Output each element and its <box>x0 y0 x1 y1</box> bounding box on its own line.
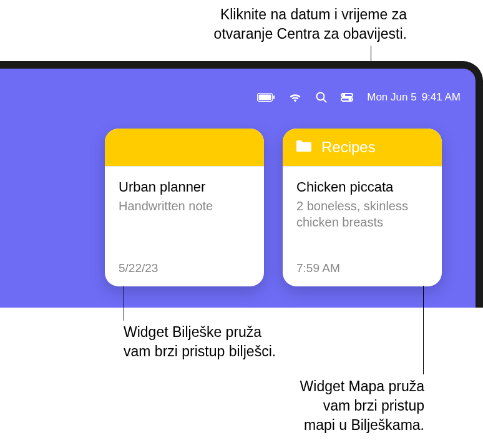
note-title: Urban planner <box>119 179 250 195</box>
widgets-row: Urban planner Handwritten note 5/22/23 R… <box>105 129 442 286</box>
callout-leader-line <box>423 286 424 374</box>
menubar-date: Mon Jun 5 <box>367 91 416 104</box>
control-center-icon[interactable] <box>341 93 353 102</box>
menubar-time: 9:41 AM <box>422 91 461 104</box>
svg-rect-2 <box>273 95 275 99</box>
callout-leader-line <box>124 286 124 321</box>
callout-text: Kliknite na datum i vrijeme za <box>214 5 407 24</box>
callout-text: Widget Mapa pruža <box>300 377 424 396</box>
wifi-icon[interactable] <box>288 92 302 102</box>
callout-text: Widget Bilješke pruža <box>124 323 276 342</box>
svg-point-3 <box>317 93 324 100</box>
search-icon[interactable] <box>316 92 327 103</box>
menubar-datetime[interactable]: Mon Jun 5 9:41 AM <box>367 91 461 104</box>
note-title: Chicken piccata <box>296 179 428 195</box>
callout-text: vam brzi pristup <box>300 396 424 416</box>
widget-header: Recipes <box>283 129 442 166</box>
widget-header <box>105 129 264 166</box>
menubar: Mon Jun 5 9:41 AM <box>257 91 461 104</box>
svg-line-4 <box>323 99 326 102</box>
callout-datetime: Kliknite na datum i vrijeme za otvaranje… <box>214 5 407 44</box>
notes-widget[interactable]: Urban planner Handwritten note 5/22/23 <box>105 129 264 286</box>
note-subtitle: 2 boneless, skinless chicken breasts <box>296 198 428 230</box>
battery-icon[interactable] <box>257 93 275 102</box>
callout-text: mapi u Bilješkama. <box>300 416 424 435</box>
folder-icon <box>295 139 313 155</box>
note-time: 7:59 AM <box>296 261 428 275</box>
widget-body: Urban planner Handwritten note 5/22/23 <box>105 166 264 286</box>
svg-rect-1 <box>259 95 271 100</box>
svg-point-6 <box>343 94 345 96</box>
folder-widget[interactable]: Recipes Chicken piccata 2 boneless, skin… <box>283 129 442 286</box>
note-date: 5/22/23 <box>119 261 250 275</box>
svg-point-8 <box>349 99 351 100</box>
callout-folder-widget: Widget Mapa pruža vam brzi pristup mapi … <box>300 377 424 435</box>
callout-text: vam brzi pristup bilješci. <box>124 342 276 361</box>
callout-note-widget: Widget Bilješke pruža vam brzi pristup b… <box>124 323 276 361</box>
callout-text: otvaranje Centra za obavijesti. <box>214 24 407 44</box>
widget-body: Chicken piccata 2 boneless, skinless chi… <box>283 166 442 286</box>
folder-name: Recipes <box>321 139 376 156</box>
desktop-area: Mon Jun 5 9:41 AM Urban planner Handwrit… <box>0 61 483 308</box>
note-subtitle: Handwritten note <box>119 198 250 214</box>
